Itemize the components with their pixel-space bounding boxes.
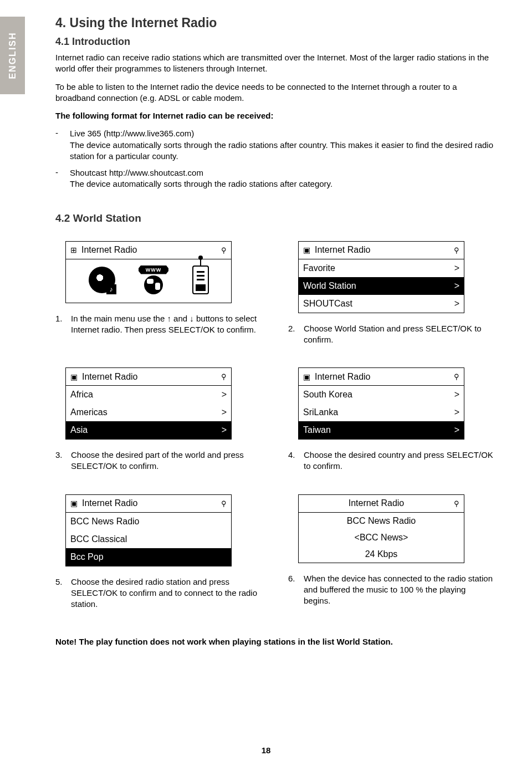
step-5-cell: ▣ Internet Radio ⚲ BCC News Radio BCC Cl… <box>55 494 266 621</box>
list-item-world-station: World Station> <box>299 277 464 295</box>
bullet-body: Shoutcast http://www.shoutcast.com The d… <box>70 167 499 190</box>
lcd-title: Internet Radio <box>315 245 449 255</box>
lcd-header: ▣ Internet Radio ⚲ <box>66 495 231 513</box>
formats-intro: The following format for Internet radio … <box>55 110 499 121</box>
disc-icon <box>89 267 115 293</box>
step-text: Choose the desired country and press SEL… <box>304 450 499 472</box>
step-5: 5. Choose the desired radio station and … <box>55 576 266 610</box>
step-text: Choose the desired part of the world and… <box>71 450 266 472</box>
list-item: Asia> <box>66 421 231 439</box>
wifi-icon: ⚲ <box>221 246 227 254</box>
list-item: Americas> <box>66 404 231 421</box>
nav-play-icon: ▣ <box>70 372 78 381</box>
bullet-dash: - <box>55 167 70 190</box>
bullet-line-2: The device automatically sorts through t… <box>70 179 332 188</box>
bullet-body: Live 365 (http://www.live365.com) The de… <box>70 128 499 162</box>
list-item: SriLanka> <box>299 404 464 421</box>
lcd-title: Internet Radio <box>81 245 217 255</box>
page-title: 4. Using the Internet Radio <box>55 16 499 30</box>
world-station-note: Note! The play function does not work wh… <box>55 636 499 647</box>
step-number: 3. <box>55 450 71 472</box>
bullet-line-2: The device automatically sorts through t… <box>70 140 493 161</box>
steps-grid: ⊞ Internet Radio ⚲ WWW 1. In t <box>55 241 499 621</box>
step-4: 4. Choose the desired country and press … <box>288 450 499 472</box>
lcd-title: Internet Radio <box>82 498 217 508</box>
step-text: In the main menu use the ↑ and ↓ buttons… <box>71 313 266 336</box>
bullet-line-1: Live 365 (http://www.live365.com) <box>70 129 194 138</box>
step-text: Choose the desired radio station and pre… <box>71 576 266 610</box>
nav-play-icon: ▣ <box>303 246 310 254</box>
bullet-line-1: Shoutcast http://www.shoutcast.com <box>70 168 203 177</box>
globe-banner: WWW <box>139 265 168 274</box>
bullet-dash: - <box>55 128 70 162</box>
step-number: 1. <box>55 313 71 336</box>
wifi-icon: ⚲ <box>454 499 459 508</box>
language-tab-text: ENGLISH <box>8 32 18 79</box>
step-number: 2. <box>288 323 304 346</box>
wifi-icon: ⚲ <box>454 246 459 254</box>
lcd-screen-now-playing: Internet Radio ⚲ BCC News Radio <BCC New… <box>298 494 464 563</box>
step-6: 6. When the device has connected to the … <box>288 573 499 607</box>
intro-paragraph-1: Internet radio can receive radio station… <box>55 52 499 75</box>
list-item: BCC Classical <box>66 530 231 548</box>
intro-paragraph-2: To be able to listen to the Internet rad… <box>55 81 499 104</box>
lcd-header: ▣ Internet Radio ⚲ <box>299 242 464 259</box>
step-2-cell: ▣ Internet Radio ⚲ Favorite> World Stati… <box>288 241 499 357</box>
globe-icon: WWW <box>137 265 170 294</box>
lcd-header: ▣ Internet Radio ⚲ <box>299 368 464 386</box>
nav-play-icon: ▣ <box>303 372 310 381</box>
lcd-title: Internet Radio <box>315 372 449 382</box>
step-number: 4. <box>288 450 304 472</box>
list-item: BCC News Radio <box>66 513 231 530</box>
step-text: Choose World Station and press SELECT/OK… <box>304 323 499 346</box>
page-number: 18 <box>0 745 532 755</box>
wifi-icon: ⚲ <box>221 499 227 508</box>
section-4-2-heading: 4.2 World Station <box>55 212 499 224</box>
list-item-shoutcast: SHOUTCast> <box>299 295 464 313</box>
lcd-screen-categories: ▣ Internet Radio ⚲ Favorite> World Stati… <box>298 241 464 313</box>
lcd-title: Internet Radio <box>82 372 217 382</box>
step-1: 1. In the main menu use the ↑ and ↓ butt… <box>55 313 266 336</box>
step-4-cell: ▣ Internet Radio ⚲ South Korea> SriLanka… <box>288 367 499 483</box>
step-2: 2. Choose World Station and press SELECT… <box>288 323 499 346</box>
lcd-icon-row: WWW <box>66 259 231 303</box>
wifi-icon: ⚲ <box>454 372 459 381</box>
step-number: 6. <box>288 573 304 607</box>
step-number: 5. <box>55 576 71 610</box>
lcd-title: Internet Radio <box>303 498 449 508</box>
lcd-header: Internet Radio ⚲ <box>299 495 464 513</box>
list-item-favorite: Favorite> <box>299 259 464 277</box>
page-content: 4. Using the Internet Radio 4.1 Introduc… <box>0 0 532 648</box>
step-text: When the device has connected to the rad… <box>304 573 499 607</box>
list-item: Taiwan> <box>299 421 464 439</box>
lcd-screen-countries: ▣ Internet Radio ⚲ South Korea> SriLanka… <box>298 367 464 440</box>
step-6-cell: Internet Radio ⚲ BCC News Radio <BCC New… <box>288 494 499 621</box>
lcd-screen-main-menu: ⊞ Internet Radio ⚲ WWW <box>65 241 232 303</box>
step-1-cell: ⊞ Internet Radio ⚲ WWW 1. In t <box>55 241 266 357</box>
antenna-icon <box>192 265 209 294</box>
nav-plus-icon: ⊞ <box>70 246 77 254</box>
lcd-header: ▣ Internet Radio ⚲ <box>66 368 231 386</box>
wifi-icon: ⚲ <box>221 372 227 381</box>
now-playing-track: <BCC News> <box>299 529 464 546</box>
language-tab: ENGLISH <box>0 17 25 94</box>
step-3-cell: ▣ Internet Radio ⚲ Africa> Americas> Asi… <box>55 367 266 483</box>
section-4-1-heading: 4.1 Introduction <box>55 36 499 48</box>
list-item: South Korea> <box>299 386 464 404</box>
format-bullet-1: - Live 365 (http://www.live365.com) The … <box>55 128 499 162</box>
now-playing-bitrate: 24 Kbps <box>299 546 464 563</box>
lcd-screen-regions: ▣ Internet Radio ⚲ Africa> Americas> Asi… <box>65 367 232 440</box>
nav-play-icon: ▣ <box>70 499 78 508</box>
format-bullet-2: - Shoutcast http://www.shoutcast.com The… <box>55 167 499 190</box>
list-item: Africa> <box>66 386 231 404</box>
lcd-header: ⊞ Internet Radio ⚲ <box>66 242 231 259</box>
step-3: 3. Choose the desired part of the world … <box>55 450 266 472</box>
now-playing-station: BCC News Radio <box>299 513 464 529</box>
list-item: Bcc Pop <box>66 548 231 566</box>
lcd-screen-stations: ▣ Internet Radio ⚲ BCC News Radio BCC Cl… <box>65 494 232 566</box>
